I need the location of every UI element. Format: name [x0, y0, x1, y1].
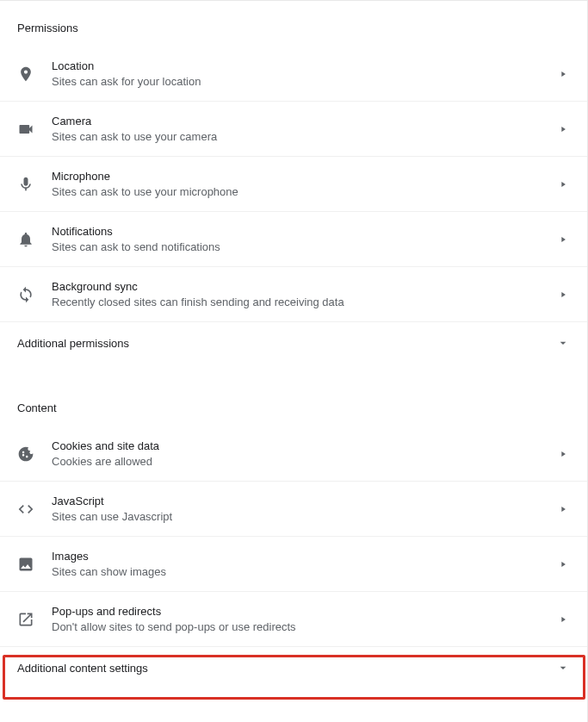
row-title: Images — [52, 550, 556, 563]
microphone-row[interactable]: Microphone Sites can ask to use your mic… — [0, 157, 587, 212]
row-text: Cookies and site data Cookies are allowe… — [52, 439, 556, 468]
row-text: Notifications Sites can ask to send noti… — [52, 225, 556, 253]
row-subtitle: Don't allow sites to send pop-ups or use… — [52, 620, 556, 633]
row-title: JavaScript — [52, 495, 556, 507]
cookie-icon — [17, 445, 34, 463]
row-subtitle: Sites can ask to use your microphone — [52, 185, 556, 198]
camera-icon — [17, 121, 34, 138]
row-title: Cookies and site data — [52, 439, 556, 452]
chevron-right-icon — [556, 557, 570, 571]
row-subtitle: Sites can show images — [52, 565, 556, 578]
cookies-row[interactable]: Cookies and site data Cookies are allowe… — [0, 426, 587, 482]
chevron-right-icon — [556, 177, 570, 191]
row-title: Microphone — [52, 170, 556, 183]
camera-row[interactable]: Camera Sites can ask to use your camera — [0, 102, 587, 157]
chevron-right-icon — [556, 233, 570, 246]
row-subtitle: Sites can ask to use your camera — [52, 130, 556, 143]
content-header: Content — [0, 381, 587, 426]
row-title: Notifications — [52, 225, 556, 238]
chevron-down-icon — [556, 661, 570, 675]
chevron-right-icon — [556, 447, 570, 461]
expand-label: Additional content settings — [17, 662, 556, 675]
expand-label: Additional permissions — [17, 337, 556, 350]
row-subtitle: Cookies are allowed — [52, 455, 556, 468]
background-sync-row[interactable]: Background sync Recently closed sites ca… — [0, 267, 587, 322]
additional-content-settings-row[interactable]: Additional content settings — [0, 647, 587, 688]
notifications-row[interactable]: Notifications Sites can ask to send noti… — [0, 212, 587, 267]
row-title: Location — [52, 59, 556, 72]
row-subtitle: Sites can ask to send notifications — [52, 240, 556, 253]
location-row[interactable]: Location Sites can ask for your location — [0, 47, 587, 102]
code-icon — [17, 501, 34, 518]
additional-permissions-row[interactable]: Additional permissions — [0, 322, 587, 364]
chevron-right-icon — [556, 613, 570, 626]
row-text: Background sync Recently closed sites ca… — [52, 280, 556, 308]
chevron-right-icon — [556, 122, 570, 136]
row-subtitle: Recently closed sites can finish sending… — [52, 296, 556, 308]
row-text: Images Sites can show images — [52, 550, 556, 578]
row-text: Camera Sites can ask to use your camera — [52, 115, 556, 143]
javascript-row[interactable]: JavaScript Sites can use Javascript — [0, 482, 587, 537]
row-text: Pop-ups and redirects Don't allow sites … — [52, 605, 556, 633]
row-title: Pop-ups and redirects — [52, 605, 556, 618]
images-row[interactable]: Images Sites can show images — [0, 537, 587, 592]
row-text: JavaScript Sites can use Javascript — [52, 495, 556, 523]
chevron-right-icon — [556, 288, 570, 302]
permissions-header: Permissions — [0, 1, 587, 47]
bell-icon — [17, 231, 34, 248]
sync-icon — [17, 286, 34, 303]
popup-icon — [17, 611, 34, 628]
location-icon — [17, 65, 34, 83]
chevron-right-icon — [556, 67, 570, 81]
row-text: Location Sites can ask for your location — [52, 59, 556, 88]
row-title: Background sync — [52, 280, 556, 293]
chevron-down-icon — [556, 336, 570, 350]
settings-panel: Permissions Location Sites can ask for y… — [0, 0, 588, 722]
row-subtitle: Sites can ask for your location — [52, 75, 556, 88]
row-title: Camera — [52, 115, 556, 128]
popups-row[interactable]: Pop-ups and redirects Don't allow sites … — [0, 592, 587, 647]
row-text: Microphone Sites can ask to use your mic… — [52, 170, 556, 198]
microphone-icon — [17, 176, 34, 193]
chevron-right-icon — [556, 502, 570, 516]
row-subtitle: Sites can use Javascript — [52, 510, 556, 523]
image-icon — [17, 556, 34, 573]
